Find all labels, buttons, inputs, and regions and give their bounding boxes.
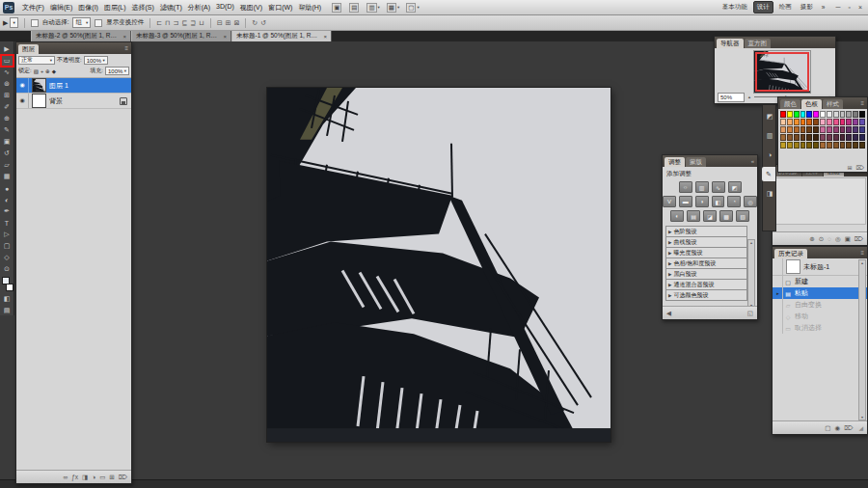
- panel-menu-icon[interactable]: ≡: [860, 100, 865, 106]
- auto-select-dropdown[interactable]: 组 ▾: [72, 17, 91, 28]
- gradient-map-icon[interactable]: ▩: [719, 210, 733, 222]
- restore-button[interactable]: ▫: [848, 4, 850, 11]
- color-swatch[interactable]: [846, 142, 852, 149]
- mini-bridge-button[interactable]: ▤: [349, 3, 360, 13]
- fill-field[interactable]: 100% ▾: [105, 67, 129, 75]
- history-state[interactable]: ▸ ▭ 取消选择: [773, 322, 867, 334]
- color-swatch[interactable]: [800, 111, 806, 118]
- new-snapshot-icon[interactable]: ◉: [835, 424, 841, 432]
- history-brush-source[interactable]: ▸: [773, 311, 783, 322]
- workspace-button[interactable]: »: [819, 3, 828, 12]
- color-swatch[interactable]: [827, 134, 832, 141]
- history-brush-source[interactable]: ▸: [773, 322, 783, 334]
- menu-item[interactable]: 窗口(W): [265, 1, 295, 14]
- disclosure-triangle-icon[interactable]: ▶: [668, 251, 671, 256]
- dock-icon-color[interactable]: ◩: [764, 109, 775, 123]
- lock-position-icon[interactable]: ⊕: [45, 68, 50, 74]
- quick-mask-button[interactable]: ◧: [1, 293, 14, 305]
- menu-item[interactable]: 图层(L): [101, 1, 129, 14]
- color-swatch[interactable]: [833, 142, 839, 149]
- pen-tool[interactable]: ✒: [1, 205, 14, 217]
- document-tab[interactable]: 未标题-2 @ 50%(图层 1, RGB/8) ×: [31, 31, 131, 41]
- scroll-down-icon[interactable]: ▾: [861, 415, 863, 420]
- menu-item[interactable]: 3D(D): [213, 1, 237, 14]
- scroll-up-icon[interactable]: ▴: [861, 260, 863, 265]
- blend-mode-dropdown[interactable]: 正常 ▾: [18, 56, 55, 65]
- tab-history[interactable]: 历史记录: [774, 249, 807, 258]
- history-brush-tool[interactable]: ↺: [1, 148, 14, 159]
- workspace-button[interactable]: 设计: [753, 1, 773, 14]
- color-swatch[interactable]: [840, 126, 846, 133]
- return-to-list-icon[interactable]: ◀: [666, 310, 671, 317]
- color-swatch[interactable]: [820, 134, 826, 141]
- layer-row[interactable]: ◉ 图层 1: [16, 78, 131, 94]
- distribute-center-icon[interactable]: ⊠: [233, 19, 239, 27]
- dock-icon-adjustments[interactable]: ✎: [762, 167, 775, 181]
- align-top-icon[interactable]: ⊑: [181, 19, 187, 27]
- menu-item[interactable]: 帮助(H): [295, 1, 324, 14]
- layer-thumbnail[interactable]: [32, 78, 46, 93]
- brightness-contrast-icon[interactable]: ☼: [679, 181, 692, 193]
- channel-mixer-icon[interactable]: ◎: [744, 196, 757, 207]
- invert-icon[interactable]: ◐: [670, 210, 684, 222]
- color-swatch[interactable]: [787, 119, 793, 125]
- panel-footer-icon[interactable]: ⊕: [809, 235, 814, 243]
- scrollbar[interactable]: ▴ ▾: [858, 259, 866, 420]
- hue-saturation-icon[interactable]: ▬: [679, 196, 692, 207]
- dodge-tool[interactable]: ◐: [1, 194, 14, 205]
- color-swatch[interactable]: [840, 142, 846, 149]
- color-swatch[interactable]: [846, 111, 852, 118]
- color-swatch[interactable]: [833, 111, 839, 118]
- color-swatch[interactable]: [800, 126, 806, 133]
- color-swatch[interactable]: [800, 119, 806, 125]
- navigator-tab[interactable]: 直方图: [745, 39, 772, 48]
- align-center-v-icon[interactable]: ⊒: [190, 19, 196, 27]
- panel-footer-icon[interactable]: ◎: [835, 235, 841, 243]
- tab-close-icon[interactable]: ×: [122, 34, 126, 40]
- distribute-v-icon[interactable]: ⊞: [226, 19, 231, 27]
- color-swatch[interactable]: [780, 126, 786, 133]
- disclosure-triangle-icon[interactable]: ▶: [668, 283, 671, 287]
- zoom-tool[interactable]: ⊙: [1, 263, 14, 275]
- color-swatch[interactable]: [813, 111, 819, 118]
- layer-effects-icon[interactable]: ƒx: [71, 474, 78, 480]
- history-brush-source[interactable]: ▸: [773, 299, 783, 311]
- dock-icon-masks[interactable]: ◑: [764, 148, 775, 162]
- disclosure-triangle-icon[interactable]: ▶: [668, 230, 671, 234]
- color-swatch[interactable]: [820, 142, 826, 149]
- navigator-zoom-field[interactable]: 50%: [718, 93, 745, 102]
- color-swatch[interactable]: [853, 134, 858, 141]
- color-swatch[interactable]: [859, 119, 865, 125]
- workspace-button[interactable]: 摄影: [798, 2, 816, 13]
- color-swatch[interactable]: [833, 119, 839, 125]
- history-state[interactable]: ▸ ▱ 自由变换: [773, 299, 867, 311]
- workspace-button[interactable]: 基本功能: [719, 2, 750, 13]
- 3d-rotate-icon[interactable]: ↻: [252, 19, 258, 27]
- spot-healing-brush-tool[interactable]: ⊕: [1, 113, 14, 124]
- menu-item[interactable]: 选择(S): [128, 1, 156, 14]
- layer-group-icon[interactable]: ▭: [99, 474, 105, 481]
- gradient-tool[interactable]: ▦: [1, 171, 14, 182]
- move-tool[interactable]: ▶: [1, 43, 14, 55]
- swatches-tab[interactable]: 颜色: [780, 99, 800, 109]
- color-swatch[interactable]: [813, 134, 819, 141]
- posterize-icon[interactable]: ▤: [687, 210, 700, 222]
- color-swatch[interactable]: [794, 142, 800, 149]
- black-white-icon[interactable]: ◧: [712, 196, 725, 207]
- layer-name[interactable]: 图层 1: [49, 81, 131, 91]
- quick-selection-tool[interactable]: ⊛: [1, 78, 14, 90]
- new-document-from-state-icon[interactable]: ▢: [825, 424, 830, 432]
- tab-close-icon[interactable]: ×: [223, 34, 227, 40]
- eraser-tool[interactable]: ▱: [1, 159, 14, 171]
- color-swatch[interactable]: [813, 126, 819, 133]
- color-swatch[interactable]: [853, 126, 858, 133]
- opacity-field[interactable]: 100% ▾: [84, 56, 108, 65]
- color-swatch[interactable]: [846, 126, 852, 133]
- adjustment-layer-icon[interactable]: ◑: [92, 474, 95, 480]
- delete-state-icon[interactable]: ⌦: [844, 424, 853, 432]
- show-transform-checkbox[interactable]: [95, 19, 102, 27]
- snapshot-row[interactable]: 未标题-1: [773, 258, 867, 276]
- color-balance-icon[interactable]: ◑: [695, 196, 709, 207]
- color-swatch[interactable]: [794, 111, 800, 118]
- tool-preset-picker[interactable]: ▶ ▾: [3, 17, 18, 28]
